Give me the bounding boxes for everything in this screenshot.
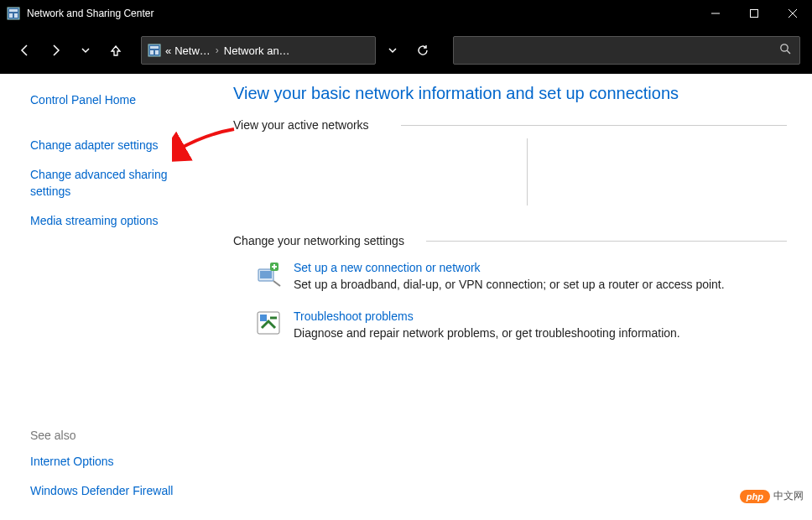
troubleshoot-row: Troubleshoot problems Diagnose and repai… [255, 309, 787, 340]
sidebar: Control Panel Home Change adapter settin… [0, 82, 226, 520]
internet-options-link[interactable]: Internet Options [30, 454, 210, 471]
content-area: Control Panel Home Change adapter settin… [0, 74, 812, 520]
titlebar-left: Network and Sharing Center [7, 7, 154, 20]
search-icon [779, 43, 791, 58]
control-panel-home-link[interactable]: Control Panel Home [30, 92, 210, 109]
svg-rect-18 [260, 315, 267, 321]
change-settings-heading: Change your networking settings [233, 234, 787, 247]
setup-connection-row: Set up a new connection or network Set u… [255, 261, 787, 291]
troubleshoot-link[interactable]: Troubleshoot problems [294, 309, 680, 323]
troubleshoot-texts: Troubleshoot problems Diagnose and repai… [294, 309, 680, 340]
active-networks-heading: View your active networks [233, 118, 787, 132]
watermark: php 中文网 [740, 489, 804, 503]
media-streaming-link[interactable]: Media streaming options [30, 213, 210, 230]
setup-connection-texts: Set up a new connection or network Set u… [294, 261, 725, 291]
breadcrumb-icon [147, 43, 162, 58]
page-title: View your basic network information and … [233, 84, 787, 103]
setup-connection-icon [255, 261, 282, 288]
breadcrumb-item-2[interactable]: Network an… [224, 44, 290, 57]
window-controls [696, 0, 812, 27]
up-button[interactable] [102, 37, 129, 64]
forward-button[interactable] [42, 37, 69, 64]
back-button[interactable] [12, 37, 39, 64]
setup-connection-link[interactable]: Set up a new connection or network [294, 261, 725, 274]
window-title: Network and Sharing Center [27, 8, 154, 19]
svg-rect-5 [751, 10, 758, 18]
svg-line-13 [787, 50, 790, 54]
svg-rect-9 [150, 46, 159, 49]
main-panel: View your basic network information and … [226, 82, 812, 520]
app-icon [7, 7, 20, 20]
windows-defender-firewall-link[interactable]: Windows Defender Firewall [30, 483, 210, 500]
svg-point-12 [781, 44, 788, 51]
minimize-button[interactable] [696, 0, 735, 27]
svg-rect-1 [9, 9, 18, 12]
watermark-badge: php [740, 490, 770, 503]
maximize-button[interactable] [735, 0, 773, 27]
navbar: « Netw… › Network an… [0, 27, 812, 74]
svg-rect-10 [150, 50, 154, 55]
close-button[interactable] [773, 0, 812, 27]
change-advanced-sharing-link[interactable]: Change advanced sharing settings [30, 167, 210, 200]
refresh-button[interactable] [409, 36, 436, 65]
vertical-divider [527, 138, 528, 205]
address-dropdown-button[interactable] [379, 36, 406, 65]
active-networks-area [233, 138, 787, 214]
address-bar[interactable]: « Netw… › Network an… [141, 36, 376, 65]
change-adapter-settings-link[interactable]: Change adapter settings [30, 138, 210, 154]
recent-dropdown-button[interactable] [72, 37, 99, 64]
svg-rect-15 [260, 271, 272, 278]
search-input[interactable] [453, 36, 800, 65]
see-also-title: See also [30, 429, 210, 442]
watermark-text: 中文网 [773, 489, 804, 503]
setup-connection-desc: Set up a broadband, dial-up, or VPN conn… [294, 278, 725, 291]
breadcrumb-item-1[interactable]: Netw… [174, 44, 211, 57]
see-also-section: See also Internet Options Windows Defend… [30, 429, 210, 507]
troubleshoot-desc: Diagnose and repair network problems, or… [294, 326, 680, 340]
troubleshoot-icon [255, 309, 282, 336]
titlebar: Network and Sharing Center [0, 0, 812, 27]
svg-rect-11 [155, 50, 159, 55]
breadcrumb-prefix: « [165, 44, 171, 57]
breadcrumb-separator-icon: › [216, 44, 219, 56]
svg-rect-2 [9, 13, 13, 18]
svg-rect-3 [14, 13, 18, 18]
